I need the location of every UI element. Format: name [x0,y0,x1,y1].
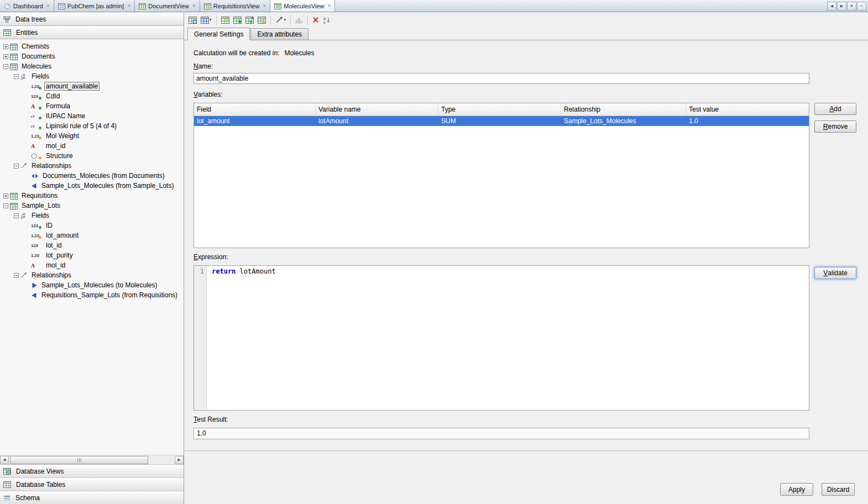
tab-list-button[interactable]: ▼ [847,2,856,11]
window-tab-requisitionsview[interactable]: RequisitionsView× [200,0,270,12]
scroll-left-button[interactable]: ◀ [0,456,9,464]
close-tab-icon[interactable]: × [192,3,196,9]
new-relationship-button[interactable]: ▾ [275,14,286,25]
expand-icon[interactable]: + [3,193,8,198]
tree-item-id[interactable]: 123ID [0,221,184,230]
statistics-button [295,14,303,25]
grid-view-selector-button[interactable]: ▾ [201,14,212,25]
tree-item-requisitions[interactable]: +Requisitions [0,191,184,201]
tree-item-relationships[interactable]: −Relationships [0,161,184,171]
database-views-section-header[interactable]: Database Views [0,464,184,477]
scroll-tabs-right-button[interactable]: ▶ [837,2,846,11]
tree-item-mol-id[interactable]: Amol_id [0,141,184,151]
tree-item-label: lot_amount [44,231,80,240]
scrollbar-track[interactable] [9,456,174,464]
collapse-icon[interactable]: − [3,203,8,208]
new-entity-button[interactable] [221,14,229,25]
column-header-test-value[interactable]: Test value [686,103,809,116]
variables-table[interactable]: FieldVariable nameTypeRelationshipTest v… [194,103,809,248]
green-calc-dot [39,87,41,90]
expand-icon[interactable]: + [3,54,8,59]
entity-table-icon [10,53,18,60]
window-tab-dashboard[interactable]: Dashboard× [0,0,54,12]
schema-section-header[interactable]: Schema [0,491,184,504]
collapse-icon[interactable]: − [14,273,19,278]
tree-item-label: mol_id [44,141,67,150]
dropdown-caret-icon[interactable]: ▾ [284,18,286,22]
variable-row-lot-amount[interactable]: lot_amountlotAmountSUMSample_Lots_Molecu… [194,116,809,126]
window-tab-documentview[interactable]: DocumentView× [135,0,200,12]
scroll-tabs-left-button[interactable]: ◀ [827,2,836,11]
tree-item-iupac-name[interactable]: ctIUPAC Name [0,111,184,121]
data-trees-section-header[interactable]: Data trees [0,13,184,26]
collapse-icon[interactable]: − [3,64,8,69]
validate-button[interactable]: Validate [814,267,856,279]
tree-item-sample-lots-molecules-to-molecules[interactable]: Sample_Lots_Molecules (to Molecules) [0,280,184,290]
collapse-icon[interactable]: − [14,164,19,169]
column-header-variable-name[interactable]: Variable name [316,103,438,116]
green-calc-dot [39,97,41,99]
tree-item-cdid[interactable]: 123CdId [0,91,184,101]
bottom-action-bar: Apply Discard [185,450,868,504]
tree-item-lipinski-rule-of-5-4-of-4[interactable]: ctLipinski rule of 5 (4 of 4) [0,121,184,131]
remove-button[interactable]: Remove [814,120,856,133]
expression-editor[interactable]: 1 return lotAmount [194,265,809,411]
section-label: Database Tables [16,481,65,489]
close-tab-icon[interactable]: × [327,3,331,9]
tab-label: DocumentView [148,3,189,9]
close-tab-icon[interactable]: × [263,3,266,9]
name-input[interactable] [194,73,809,84]
tree-item-formula[interactable]: AFormula [0,101,184,111]
editor-code-area[interactable]: return lotAmount [207,266,276,410]
thumb-grip [81,458,81,462]
tree-item-mol-id[interactable]: Amol_id [0,260,184,270]
tab-extra-attributes[interactable]: Extra attributes [250,28,308,40]
scrollbar-thumb[interactable] [10,456,148,464]
left-sidebar: Data trees Entities +Chemists+Documents−… [0,13,184,504]
scroll-right-button[interactable]: ▶ [175,456,184,464]
window-tab-moleculesview[interactable]: MoleculesView× [270,0,335,12]
tree-item-documents-molecules-from-documents[interactable]: Documents_Molecules (from Documents) [0,171,184,181]
add-entities-button[interactable] [245,14,254,25]
tree-item-sample-lots[interactable]: −Sample_Lots [0,201,184,211]
dropdown-caret-icon[interactable]: ▾ [210,18,212,22]
column-header-relationship[interactable]: Relationship [561,103,686,116]
tree-item-fields[interactable]: −Fields [0,211,184,221]
add-entity-button[interactable] [233,14,242,25]
collapse-icon[interactable]: − [14,213,19,218]
tree-item-requisitions-sample-lots-from-requisitions[interactable]: Requisitions_Sample_Lots (from Requisiti… [0,290,184,300]
field-decimal-calculated-icon: 1,23 [31,83,42,90]
apply-button[interactable]: Apply [780,483,813,496]
collapse-icon[interactable]: − [14,74,19,79]
tree-item-lot-purity[interactable]: 1,23lot_purity [0,250,184,260]
tree-item-lot-id[interactable]: 123lot_id [0,240,184,250]
thumb-grip [79,458,80,462]
maximize-button[interactable]: ▪ [857,2,866,11]
tree-item-chemists[interactable]: +Chemists [0,41,184,51]
close-tab-icon[interactable]: × [127,3,130,9]
entities-section-header[interactable]: Entities [0,26,184,39]
promote-entity-button[interactable] [258,14,266,25]
tree-item-molecules[interactable]: −Molecules [0,61,184,71]
discard-button[interactable]: Discard [822,483,855,496]
tree-item-lot-amount[interactable]: 1,23lot_amount [0,230,184,240]
sort-button[interactable]: az [323,14,331,25]
add-button[interactable]: Add [814,103,856,115]
tree-item-structure[interactable]: Structure [0,151,184,161]
tree-item-amount-available[interactable]: 1,23amount_available [0,81,184,91]
relationships-icon [20,272,28,279]
tree-item-relationships[interactable]: −Relationships [0,270,184,280]
column-header-type[interactable]: Type [438,103,561,116]
database-tables-section-header[interactable]: Database Tables [0,477,184,491]
tab-general-settings[interactable]: General Settings [187,28,250,40]
tree-item-fields[interactable]: −Fields [0,71,184,81]
window-tab-pubchem-as-admin[interactable]: PubChem [as admin]× [54,0,135,12]
close-tab-icon[interactable]: × [46,3,50,9]
delete-button[interactable] [312,14,319,25]
column-header-field[interactable]: Field [194,103,316,116]
tree-item-documents[interactable]: +Documents [0,51,184,61]
expand-icon[interactable]: + [3,44,8,49]
tree-item-sample-lots-molecules-from-sample-lots[interactable]: Sample_Lots_Molecules (from Sample_Lots) [0,181,184,191]
manage-data-trees-button[interactable] [189,14,197,25]
tree-item-mol-weight[interactable]: 1,23Mol Weight [0,131,184,141]
